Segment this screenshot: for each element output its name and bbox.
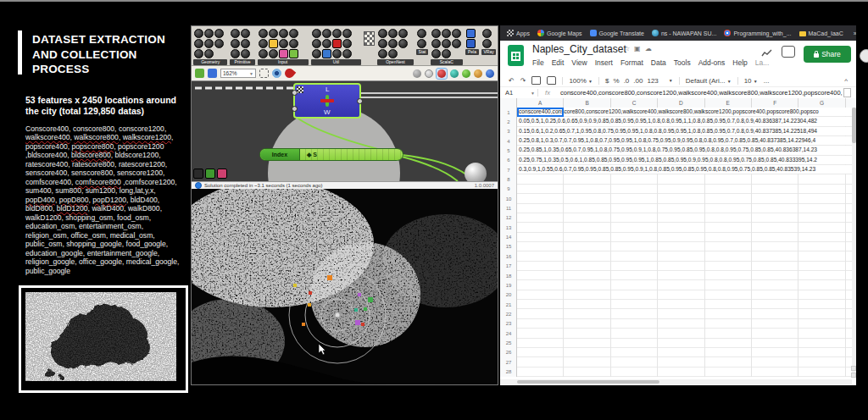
display-ghost-icon[interactable] <box>425 69 433 78</box>
bookmark-item[interactable]: » <box>851 30 856 36</box>
row-header-19[interactable]: 19 <box>500 283 517 288</box>
row-header-17[interactable]: 17 <box>500 263 517 268</box>
row-header-25[interactable]: 25 <box>500 340 517 345</box>
slider-handle[interactable]: ◆ S <box>307 152 317 158</box>
row-header-24[interactable]: 24 <box>500 331 517 336</box>
row-header-21[interactable]: 21 <box>500 302 517 307</box>
star-icon[interactable]: ☆ <box>624 45 630 52</box>
insights-icon[interactable] <box>761 49 773 58</box>
green-gem-icon[interactable] <box>462 69 470 78</box>
row-header-9[interactable]: 9 <box>500 186 517 191</box>
row-header-8[interactable]: 8 <box>500 177 517 182</box>
share-button[interactable]: Share <box>804 46 851 63</box>
column-header-F[interactable]: F <box>752 98 798 108</box>
gh-tab-stat[interactable]: Stat <box>416 28 428 55</box>
row-header-6[interactable]: 6 <box>500 158 517 163</box>
row-2-data[interactable]: 0.05,0.5,1,0.25,0.6,0.65,0.9,0.9,0.85,0.… <box>517 117 852 125</box>
pink-widget-icon[interactable] <box>217 169 227 179</box>
menu-add-ons[interactable]: Add-ons <box>698 58 726 67</box>
row-header-3[interactable]: 3 <box>500 129 517 134</box>
print-icon[interactable] <box>531 76 541 85</box>
bookmark-item[interactable]: MaCad_IaaC <box>799 30 843 36</box>
row-header-23[interactable]: 23 <box>500 321 517 326</box>
menu-file[interactable]: File <box>532 58 544 67</box>
mesh-icon[interactable] <box>364 31 374 46</box>
row-4-data[interactable]: 0.25,0.8,1,0.3,0.7,0.7,0.95,1,0.8,0.7,0.… <box>517 136 852 145</box>
collapse-toolbar-icon[interactable]: ^ <box>844 77 848 85</box>
format-.00[interactable]: .00 <box>633 77 643 85</box>
row-header-12[interactable]: 12 <box>500 215 517 220</box>
zoom-select[interactable]: 100% ▼ <box>569 77 593 85</box>
blue-sphere-icon[interactable] <box>486 69 494 78</box>
row-header-15[interactable]: 15 <box>500 244 517 249</box>
gh-canvas[interactable]: L W Index ◆ S <box>192 81 498 181</box>
display-wire-icon[interactable] <box>413 69 421 78</box>
move-folder-icon[interactable]: ▣ <box>634 45 641 52</box>
spreadsheet-title[interactable]: Naples_City_dataset <box>532 43 626 55</box>
column-header-A[interactable]: A <box>517 98 564 108</box>
formula-expand-icon[interactable] <box>843 88 851 97</box>
column-header-G[interactable]: G <box>798 98 845 108</box>
avatar[interactable] <box>860 49 868 63</box>
row-header-5[interactable]: 5 <box>500 148 517 153</box>
paint-brush-icon[interactable] <box>283 67 296 80</box>
row-header-27[interactable]: 27 <box>500 360 517 365</box>
gh-tab-pela[interactable]: Pela <box>465 28 480 55</box>
font-size-select[interactable]: 10 ▼ <box>744 77 758 85</box>
node-input-connector[interactable] <box>292 106 298 112</box>
open-file-icon[interactable] <box>195 69 204 78</box>
gh-number-slider[interactable]: Index ◆ S <box>259 148 403 161</box>
gh-tab-scalac[interactable]: ScalaC <box>431 28 463 65</box>
sheets-logo-icon[interactable] <box>508 45 524 66</box>
row-1-data[interactable]: conscore400,conscore800,conscore1200,wal… <box>517 108 852 116</box>
menu-format[interactable]: Format <box>620 58 643 67</box>
row-header-13[interactable]: 13 <box>500 225 517 230</box>
slider-track[interactable]: ◆ S <box>300 149 403 160</box>
bookmark-item[interactable]: Google Maps <box>537 30 582 36</box>
format-123[interactable]: 123 <box>647 77 658 85</box>
node-output-connector[interactable] <box>357 98 363 104</box>
zoom-level-box[interactable]: 162% ▼ <box>220 69 256 78</box>
teal-gem-icon[interactable] <box>450 69 459 78</box>
preview-eye-icon[interactable] <box>272 69 281 78</box>
row-header-1[interactable]: 1 <box>500 110 517 115</box>
name-box[interactable]: A1▼ <box>500 89 537 97</box>
row-5-data[interactable]: 0.25,0.85,1,0.35,0.65,0.7,0.95,1,0.8,0.7… <box>517 146 852 154</box>
gh-tab-primitive[interactable]: Primitive <box>230 28 254 65</box>
menu-edit[interactable]: Edit <box>552 58 565 67</box>
format-.0[interactable]: .0 <box>624 77 630 85</box>
undo-icon[interactable]: ↶ <box>509 77 515 85</box>
row-7-data[interactable]: 0.3,0.9,1,0.55,0.6,0.7,0.95,0.95,0.85,0.… <box>517 165 852 174</box>
row-header-4[interactable]: 4 <box>500 139 517 144</box>
bookmark-item[interactable]: ns - NAWAPAN SU... <box>652 30 716 36</box>
paint-format-icon[interactable] <box>547 76 556 85</box>
row-header-7[interactable]: 7 <box>500 168 517 173</box>
row-header-26[interactable]: 26 <box>500 350 517 355</box>
row-header-28[interactable]: 28 <box>500 369 517 374</box>
zoom-extents-icon[interactable] <box>259 69 269 78</box>
bookmark-item[interactable]: Programming_with_... <box>724 30 791 36</box>
menu-insert[interactable]: Insert <box>595 58 613 67</box>
format-$[interactable]: $ <box>605 77 609 85</box>
formula-input[interactable]: conscore400,conscore800,conscore1200,wal… <box>557 89 843 97</box>
row-header-14[interactable]: 14 <box>500 235 517 240</box>
font-select[interactable]: Default (Ari... ▼ <box>686 77 732 85</box>
menu-tools[interactable]: Tools <box>674 58 691 67</box>
row-header-16[interactable]: 16 <box>500 254 517 259</box>
display-shaded-selected[interactable] <box>437 69 447 79</box>
comment-history-icon[interactable] <box>782 46 795 58</box>
gh-tab-opennest[interactable]: OpenNest <box>377 28 414 65</box>
gh-component-node[interactable]: L W <box>293 83 361 119</box>
menu-data[interactable]: Data <box>651 58 666 67</box>
scroll-up-arrow[interactable] <box>851 366 856 371</box>
toolbar-more[interactable]: ... <box>764 77 770 85</box>
bookmark-item[interactable]: Apps <box>507 30 530 36</box>
format-%[interactable]: % <box>614 77 620 85</box>
column-header-D[interactable]: D <box>658 98 704 108</box>
cells-grid[interactable]: conscore400,conscore800,conscore1200,wal… <box>517 108 852 377</box>
menu-view[interactable]: View <box>571 58 587 67</box>
orange-sphere-icon[interactable] <box>474 69 482 78</box>
srf-grid-icon[interactable] <box>205 169 215 179</box>
row-header-2[interactable]: 2 <box>500 119 517 124</box>
node-input-connector[interactable] <box>292 90 298 96</box>
